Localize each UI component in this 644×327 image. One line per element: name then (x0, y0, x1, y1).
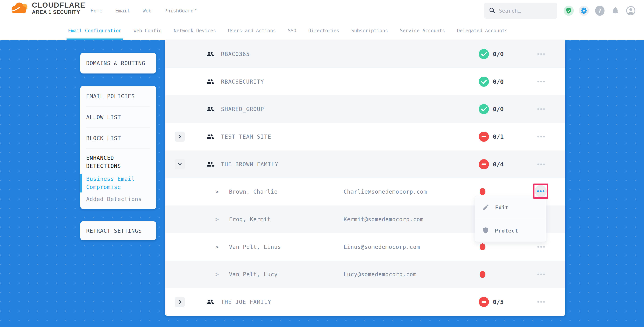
row-actions-ellipsis[interactable] (533, 301, 549, 303)
group-name: TEST TEAM SITE (221, 133, 271, 140)
member-email: Charlie@somedemocorp.com (344, 189, 427, 195)
account-avatar-icon[interactable] (626, 6, 636, 16)
tab[interactable]: Service Accounts (400, 21, 445, 40)
brand-name: CLOUDFLARE (32, 1, 86, 9)
member-email: Linus@somedemocorp.com (344, 244, 420, 250)
member-email: Kermit@somedemocorp.com (344, 216, 424, 223)
group-row: THE JOE FAMILY 0/5 (165, 288, 566, 316)
group-status-badge (479, 297, 489, 307)
member-name: Van Pelt, Linus (229, 244, 281, 250)
group-row: RBACO365 0/0 (165, 40, 566, 68)
tab[interactable]: Subscriptions (352, 21, 388, 40)
search-box[interactable] (484, 3, 557, 19)
sidebar-item-enhanced-detections[interactable]: ENHANCED DETECTIONS (86, 149, 150, 170)
protected-fraction: 0/0 (493, 50, 504, 57)
search-icon (489, 7, 495, 14)
row-actions-ellipsis[interactable] (533, 163, 549, 165)
row-actions-ellipsis[interactable] (533, 274, 549, 275)
protection-status-icon[interactable] (564, 6, 574, 16)
expand-chevron-button[interactable] (175, 132, 185, 142)
config-tabbar: Email ConfigurationWeb ConfigNetwork Dev… (0, 21, 644, 40)
chevron-icon (178, 300, 181, 304)
tab[interactable]: Directories (308, 21, 339, 40)
sidebar-item-email-policies[interactable]: EMAIL POLICIES (86, 86, 150, 106)
sidebar-item-retract-settings[interactable]: RETRACT SETTINGS (80, 221, 156, 240)
row-actions-menu: Edit Protect (475, 196, 546, 242)
menu-item-edit[interactable]: Edit (475, 196, 546, 219)
protected-fraction: 0/0 (493, 78, 504, 85)
row-actions-ellipsis[interactable] (533, 81, 549, 82)
top-nav-item[interactable]: PhishGuard™ (164, 8, 197, 13)
row-actions-ellipsis[interactable] (533, 246, 549, 248)
top-navigation: HomeEmailWebPhishGuard™ (91, 0, 196, 21)
tab[interactable]: Email Configuration (68, 21, 122, 40)
sidebar-item-domains-routing[interactable]: DOMAINS & ROUTING (80, 53, 156, 73)
row-actions-ellipsis[interactable] (533, 53, 549, 55)
expand-chevron-button[interactable] (175, 297, 185, 307)
member-chevron: > (216, 189, 219, 195)
protected-fraction: 0/1 (493, 133, 504, 140)
group-row: RBACSECURITY 0/0 (165, 68, 566, 95)
sidebar-label: RETRACT SETTINGS (86, 228, 142, 234)
area1-security-app: { "brand": { "line1": "CLOUDFLARE", "lin… (0, 0, 644, 327)
member-name: Van Pelt, Lucy (229, 271, 278, 278)
group-name: RBACSECURITY (221, 78, 264, 85)
tab[interactable]: Network Devices (174, 21, 216, 40)
group-people-icon (206, 105, 214, 113)
unprotected-dot (480, 188, 486, 195)
shield-icon (482, 227, 489, 235)
member-chevron: > (216, 271, 219, 278)
settings-gear-icon[interactable] (579, 6, 589, 16)
unprotected-dot (480, 243, 486, 250)
row-actions-ellipsis[interactable] (533, 108, 549, 110)
protected-fraction: 0/5 (493, 299, 504, 306)
click-target-highlight (533, 184, 548, 199)
sidebar-item-allow-list[interactable]: ALLOW LIST (86, 107, 150, 128)
group-status-badge (479, 49, 489, 59)
member-chevron: > (216, 244, 219, 250)
top-nav-item[interactable]: Email (115, 8, 130, 13)
member-name: Brown, Charlie (229, 189, 278, 195)
brand-subtitle: AREA 1 SECURITY (32, 9, 86, 15)
group-name: SHARED_GROUP (221, 106, 264, 112)
member-chevron: > (216, 216, 219, 223)
group-people-icon (206, 78, 214, 85)
row-actions-ellipsis[interactable] (533, 136, 549, 137)
cloudflare-cloud-icon (9, 1, 30, 15)
unprotected-dot (480, 271, 486, 278)
group-status-badge (479, 159, 489, 169)
group-row: TEST TEAM SITE 0/1 (165, 123, 566, 150)
tab[interactable]: SSO (288, 21, 296, 40)
search-input[interactable] (499, 8, 550, 14)
sidebar-item-business-email-compromise[interactable]: Business Email Compromise (86, 175, 150, 191)
sidebar-label: DOMAINS & ROUTING (86, 60, 145, 66)
group-name: THE JOE FAMILY (221, 299, 271, 305)
group-status-badge (479, 104, 489, 114)
protected-fraction: 0/0 (493, 106, 504, 113)
group-row: SHARED_GROUP 0/0 (165, 95, 566, 123)
app-header: CLOUDFLARE AREA 1 SECURITY HomeEmailWebP… (0, 0, 644, 21)
member-name: Frog, Kermit (229, 216, 271, 223)
pencil-icon (482, 204, 489, 212)
tab[interactable]: Web Config (134, 21, 162, 40)
row-actions-ellipsis-active[interactable] (535, 185, 547, 197)
group-status-badge (479, 132, 489, 142)
tab[interactable]: Delegated Accounts (457, 21, 508, 40)
chevron-icon (178, 162, 182, 165)
group-people-icon (206, 133, 214, 141)
notifications-bell-icon[interactable] (610, 6, 620, 16)
group-people-icon (206, 50, 214, 58)
group-status-badge (479, 77, 489, 87)
cloudflare-logo[interactable]: CLOUDFLARE AREA 1 SECURITY (9, 1, 86, 15)
menu-item-protect[interactable]: Protect (475, 219, 546, 242)
help-icon[interactable]: ? (595, 6, 604, 16)
tab[interactable]: Users and Actions (228, 21, 276, 40)
member-email: Lucy@somedemocorp.com (344, 271, 416, 278)
sidebar-item-block-list[interactable]: BLOCK LIST (86, 128, 150, 149)
member-row: > Van Pelt, Lucy Lucy@somedemocorp.com (165, 261, 566, 288)
expand-chevron-button[interactable] (175, 159, 185, 169)
sidebar-item-added-detections[interactable]: Added Detections (86, 196, 150, 202)
group-table-body: RBACO365 0/0 RBACSECURITY 0/0 SHARED_GRO… (165, 40, 566, 316)
top-nav-item[interactable]: Web (142, 8, 151, 13)
top-nav-item[interactable]: Home (91, 8, 102, 13)
